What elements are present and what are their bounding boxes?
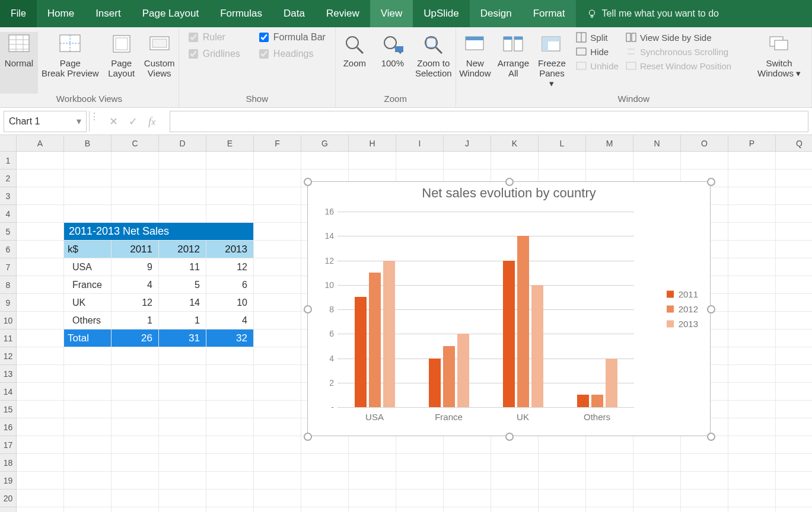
view-side-by-side-button[interactable]: View Side by Side (626, 32, 731, 43)
cell[interactable] (254, 276, 301, 294)
chart-object[interactable]: Net sales evolution by country -24681012… (307, 181, 711, 436)
cell[interactable] (776, 276, 812, 294)
resize-handle[interactable] (505, 433, 514, 441)
cell[interactable] (112, 489, 159, 507)
cell[interactable] (776, 241, 812, 258)
cell[interactable] (206, 454, 254, 472)
chart-bar[interactable] (517, 236, 529, 407)
cell[interactable] (776, 383, 812, 401)
page-layout-button[interactable]: Page Layout (103, 32, 141, 94)
row-header[interactable]: 20 (0, 489, 17, 507)
cell[interactable] (728, 401, 776, 418)
cell[interactable] (254, 329, 301, 347)
cell[interactable] (159, 489, 206, 507)
tab-file[interactable]: File (0, 0, 37, 27)
tab-design[interactable]: Design (470, 0, 523, 27)
cell[interactable] (206, 507, 254, 512)
cell[interactable] (776, 365, 812, 383)
chart-bar[interactable] (577, 395, 589, 407)
cell[interactable] (349, 507, 396, 512)
cell[interactable] (159, 401, 206, 418)
column-header[interactable]: L (539, 135, 586, 152)
cell[interactable] (396, 507, 444, 512)
cell[interactable] (776, 472, 812, 489)
cell[interactable] (17, 241, 64, 258)
table-title[interactable]: 2011-2013 Net Sales (64, 223, 254, 241)
cell[interactable] (254, 365, 301, 383)
row-header[interactable]: 14 (0, 383, 17, 401)
row-header[interactable]: 3 (0, 187, 17, 205)
cell[interactable] (254, 241, 301, 258)
cell[interactable] (17, 472, 64, 489)
cell[interactable] (64, 436, 112, 454)
cell[interactable] (206, 169, 254, 187)
cell[interactable] (254, 152, 301, 169)
table-cell[interactable]: 6 (206, 276, 254, 294)
tab-insert[interactable]: Insert (85, 0, 132, 27)
row-header[interactable]: 7 (0, 258, 17, 276)
resize-handle[interactable] (707, 305, 715, 313)
cell[interactable] (254, 401, 301, 418)
cell[interactable] (159, 152, 206, 169)
zoom-to-selection-button[interactable]: Zoom to Selection (412, 32, 456, 94)
chart-bar[interactable] (355, 297, 367, 407)
cell[interactable] (491, 436, 539, 454)
tab-page-layout[interactable]: Page Layout (132, 0, 209, 27)
cell[interactable] (633, 507, 681, 512)
row-header[interactable]: 11 (0, 329, 17, 347)
column-header[interactable]: G (301, 135, 349, 152)
cell[interactable] (681, 489, 728, 507)
cell[interactable] (64, 169, 112, 187)
table-header[interactable]: 2012 (159, 241, 206, 258)
cell[interactable] (64, 347, 112, 365)
cell[interactable] (112, 418, 159, 436)
chart-bar[interactable] (443, 346, 455, 407)
cell[interactable] (206, 401, 254, 418)
cell[interactable] (776, 258, 812, 276)
cell[interactable] (254, 472, 301, 489)
cell[interactable] (728, 294, 776, 312)
cell[interactable] (17, 312, 64, 329)
arrange-all-button[interactable]: Arrange All (494, 32, 532, 78)
cell[interactable] (112, 365, 159, 383)
chart-bar[interactable] (531, 285, 543, 407)
row-header[interactable]: 21 (0, 507, 17, 512)
cell[interactable] (776, 152, 812, 169)
spreadsheet-grid[interactable]: ABCDEFGHIJKLMNOPQ 1234567891011121314151… (0, 135, 812, 512)
cell[interactable] (17, 383, 64, 401)
resize-handle[interactable] (707, 178, 715, 186)
table-row-label[interactable]: France (64, 276, 112, 294)
cell[interactable] (64, 507, 112, 512)
cell[interactable] (159, 383, 206, 401)
cell[interactable] (17, 436, 64, 454)
row-header[interactable]: 18 (0, 454, 17, 472)
new-window-button[interactable]: New Window (456, 32, 494, 78)
cell[interactable] (159, 347, 206, 365)
cancel-icon[interactable]: ✕ (109, 115, 118, 128)
legend-item[interactable]: 2011 (667, 289, 698, 299)
cell[interactable] (112, 205, 159, 223)
cell[interactable] (17, 276, 64, 294)
table-cell[interactable]: 12 (206, 258, 254, 276)
cell[interactable] (64, 401, 112, 418)
cell[interactable] (206, 436, 254, 454)
table-cell[interactable]: 1 (159, 312, 206, 329)
cell[interactable] (396, 454, 444, 472)
cell[interactable] (112, 187, 159, 205)
table-header[interactable]: k$ (64, 241, 112, 258)
column-header[interactable]: M (586, 135, 633, 152)
cell[interactable] (776, 507, 812, 512)
cell[interactable] (728, 418, 776, 436)
column-header[interactable]: H (349, 135, 396, 152)
checkbox-headings[interactable]: Headings (259, 49, 326, 59)
row-header[interactable]: 8 (0, 276, 17, 294)
cell[interactable] (254, 383, 301, 401)
cell[interactable] (206, 365, 254, 383)
cell[interactable] (159, 507, 206, 512)
tab-review[interactable]: Review (316, 0, 370, 27)
cell[interactable] (17, 152, 64, 169)
cell[interactable] (728, 152, 776, 169)
cell[interactable] (728, 383, 776, 401)
cell[interactable] (728, 365, 776, 383)
chart-bar[interactable] (383, 261, 395, 408)
